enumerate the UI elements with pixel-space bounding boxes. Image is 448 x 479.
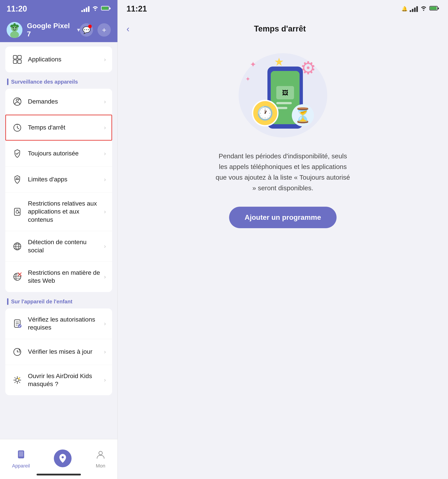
- verifier-mises-a-jour-label: Vérifier les mises à jour: [28, 348, 104, 356]
- svg-point-16: [16, 99, 18, 101]
- left-status-icons: [81, 5, 111, 13]
- messages-button[interactable]: 💬: [80, 23, 93, 37]
- left-status-bar: 11:20: [0, 0, 117, 18]
- svg-rect-11: [13, 55, 17, 59]
- nav-appareil-label: Appareil: [12, 463, 30, 469]
- svg-rect-2: [102, 7, 108, 10]
- temps-darret-chevron-icon: ›: [104, 124, 106, 131]
- device-nav-icon: [16, 450, 26, 461]
- svg-rect-14: [18, 60, 21, 63]
- nav-mon[interactable]: Mon: [89, 447, 112, 471]
- svg-point-7: [15, 27, 17, 28]
- applications-label: Applications: [28, 55, 104, 63]
- chevron-down-icon: ▾: [77, 27, 80, 33]
- plus-icon: +: [102, 26, 106, 34]
- home-indicator: [37, 474, 81, 475]
- nav-location[interactable]: [47, 447, 78, 471]
- ouvrir-airdroid-item[interactable]: Ouvrir les AirDroid Kids masqués ? ›: [5, 365, 112, 395]
- verifier-mises-a-jour-item[interactable]: Vérifier les mises à jour ›: [5, 339, 112, 365]
- limites-apps-item[interactable]: Limites d'apps ›: [5, 166, 112, 193]
- temps-darret-item[interactable]: Temps d'arrêt ›: [5, 115, 112, 141]
- limites-apps-chevron-icon: ›: [104, 176, 106, 183]
- temps-darret-icon: [12, 122, 23, 133]
- mon-nav-icon: [96, 450, 105, 461]
- hourglass-icon: ⏳: [292, 104, 314, 126]
- demandes-label: Demandes: [28, 98, 104, 106]
- location-center-icon: [54, 450, 71, 467]
- add-schedule-button[interactable]: Ajouter un programme: [229, 207, 337, 228]
- svg-rect-22: [14, 208, 20, 215]
- applications-card: Applications ›: [5, 47, 112, 72]
- svg-line-50: [19, 382, 20, 383]
- demandes-chevron-icon: ›: [104, 98, 106, 105]
- applications-icon: [12, 54, 23, 65]
- add-device-button[interactable]: +: [97, 23, 111, 37]
- restrictions-web-chevron-icon: ›: [104, 273, 106, 280]
- surveillance-section-label: Surveillance des appareils: [7, 79, 110, 85]
- toujours-autorisee-label: Toujours autorisée: [28, 149, 104, 157]
- demandes-item[interactable]: Demandes ›: [5, 89, 112, 115]
- limites-apps-icon: [12, 174, 23, 185]
- right-signal-icon: [410, 6, 418, 12]
- left-bottom-nav: Appareil Mon: [0, 439, 117, 479]
- toujours-autorisee-chevron-icon: ›: [104, 150, 106, 157]
- restrictions-apps-chevron-icon: ›: [104, 208, 106, 215]
- svg-line-49: [15, 377, 15, 378]
- right-time: 11:21: [127, 4, 147, 13]
- applications-item[interactable]: Applications ›: [5, 47, 112, 72]
- demandes-icon: [12, 96, 23, 107]
- restrictions-web-item[interactable]: Restrictions en matière de sites Web ›: [5, 262, 112, 292]
- right-status-icons: 🔔: [402, 5, 439, 13]
- svg-rect-13: [13, 60, 17, 63]
- nav-appareil[interactable]: Appareil: [5, 447, 37, 471]
- notification-badge: [88, 25, 92, 28]
- screen-image-icon: 🖼: [276, 86, 294, 99]
- avatar: [7, 22, 22, 38]
- back-button[interactable]: ‹: [127, 24, 134, 34]
- detection-contenu-chevron-icon: ›: [104, 243, 106, 250]
- restrictions-apps-icon: [12, 206, 23, 218]
- svg-rect-1: [110, 7, 110, 9]
- svg-point-56: [99, 451, 102, 455]
- restrictions-web-icon: [12, 271, 23, 283]
- battery-icon: [101, 5, 111, 13]
- ouvrir-airdroid-chevron-icon: ›: [104, 377, 106, 383]
- svg-point-6: [13, 27, 14, 28]
- left-header: Google Pixel 7 ▾ 💬 +: [0, 18, 117, 42]
- svg-line-19: [17, 128, 19, 129]
- svg-point-23: [16, 211, 19, 213]
- svg-rect-21: [16, 178, 18, 179]
- ouvrir-airdroid-icon: [12, 374, 23, 386]
- detection-contenu-icon: [12, 241, 23, 252]
- verifiez-autorisations-item[interactable]: Vérifiez les autorisations requises ›: [5, 308, 112, 339]
- ouvrir-airdroid-label: Ouvrir les AirDroid Kids masqués ?: [28, 372, 104, 388]
- notification-icon: 🔔: [402, 6, 408, 12]
- svg-point-53: [18, 378, 20, 379]
- toujours-autorisee-item[interactable]: Toujours autorisée ›: [5, 141, 112, 166]
- applications-chevron-icon: ›: [104, 56, 106, 63]
- downtime-description: Pendant les périodes d'indisponibilité, …: [214, 151, 352, 193]
- device-name-label[interactable]: Google Pixel 7 ▾: [27, 22, 80, 38]
- left-time: 11:20: [7, 4, 27, 13]
- sur-appareil-card: Vérifiez les autorisations requises › Vé…: [5, 308, 112, 395]
- right-panel: 11:21 🔔: [117, 0, 448, 479]
- nav-mon-label: Mon: [96, 463, 105, 469]
- surveillance-card: Demandes › Temps d'arrêt ›: [5, 89, 112, 292]
- right-header: ‹ Temps d'arrêt: [118, 18, 448, 40]
- svg-rect-58: [438, 7, 439, 9]
- sur-appareil-section-label: Sur l'appareil de l'enfant: [7, 298, 110, 305]
- device-info: Google Pixel 7 ▾: [7, 22, 80, 38]
- wifi-icon: [92, 5, 99, 13]
- verifiez-autorisations-chevron-icon: ›: [104, 320, 106, 327]
- downtime-illustration: ✦ ★ ⚙ 🖼 🕐: [227, 49, 338, 142]
- limites-apps-label: Limites d'apps: [28, 175, 104, 183]
- right-content: ✦ ★ ⚙ 🖼 🕐: [118, 40, 448, 479]
- clock-icon: 🕐: [252, 100, 279, 126]
- verifier-mises-a-jour-chevron-icon: ›: [104, 348, 106, 355]
- signal-icon: [81, 6, 90, 12]
- svg-line-52: [15, 382, 15, 383]
- page-title: Temps d'arrêt: [134, 24, 426, 33]
- header-actions: 💬 +: [80, 23, 111, 37]
- restrictions-apps-item[interactable]: Restrictions relatives aux applications …: [5, 193, 112, 231]
- detection-contenu-item[interactable]: Détection de contenu social ›: [5, 231, 112, 262]
